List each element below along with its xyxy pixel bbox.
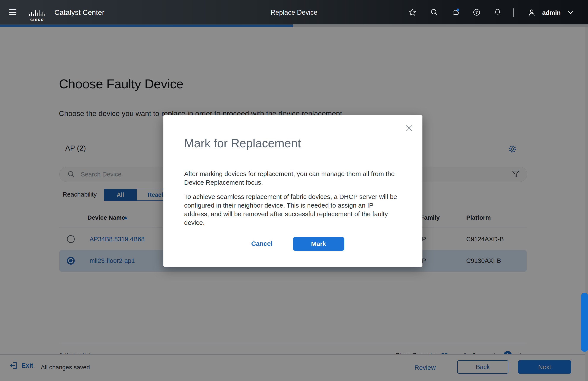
scrollbar-thumb[interactable] <box>581 293 588 352</box>
user-menu-chevron-down-icon[interactable] <box>568 11 575 19</box>
cloud-icon[interactable] <box>452 8 460 16</box>
username-label[interactable]: admin <box>542 9 561 16</box>
mark-for-replacement-dialog: Mark for Replacement After marking devic… <box>163 115 422 267</box>
star-icon[interactable] <box>408 8 416 16</box>
header-separator <box>513 8 514 17</box>
cloud-status-badge <box>457 8 459 11</box>
cisco-wordmark: cisco <box>27 17 47 22</box>
app-screen: Choose Faulty Device Choose the device y… <box>0 0 588 381</box>
close-icon[interactable] <box>405 125 413 132</box>
svg-text:?: ? <box>475 10 478 15</box>
notifications-bell-icon[interactable] <box>494 8 502 16</box>
user-avatar-icon[interactable] <box>527 8 535 16</box>
global-search-icon[interactable] <box>430 8 438 16</box>
mark-button[interactable]: Mark <box>293 237 344 251</box>
help-icon[interactable]: ? <box>473 8 481 16</box>
dialog-title: Mark for Replacement <box>184 136 301 150</box>
cancel-button[interactable]: Cancel <box>249 240 275 247</box>
dialog-paragraph-1: After marking devices for replacement, y… <box>184 170 398 187</box>
dialog-paragraph-2: To achieve seamless replacement of fabri… <box>184 192 398 227</box>
global-header: cisco Catalyst Center Replace Device ? <box>0 0 588 24</box>
